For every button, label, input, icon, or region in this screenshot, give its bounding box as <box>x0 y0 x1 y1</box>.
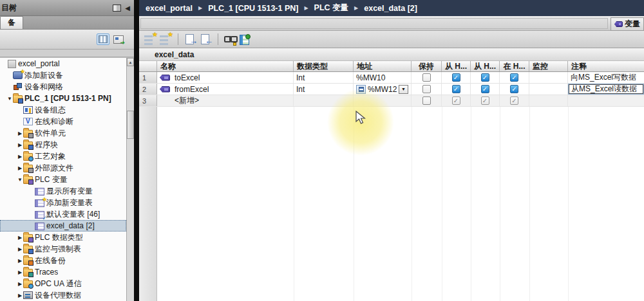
data-type-cell[interactable]: Int <box>294 72 354 83</box>
tree-item-technology-objects[interactable]: ▶ 工艺对象 <box>0 150 126 162</box>
panel-divider[interactable] <box>134 0 139 301</box>
breadcrumb-separator-icon: ▶ <box>354 5 358 11</box>
retain-checkbox[interactable] <box>422 85 431 93</box>
tree-item-default-tag-table[interactable]: 默认变量表 [46] <box>0 208 126 220</box>
data-type-cell[interactable]: Int <box>294 84 354 95</box>
writable-checkbox[interactable] <box>481 85 489 93</box>
scrollbar-thumb[interactable] <box>127 111 134 139</box>
tree-item-plc-tags[interactable]: ▼ PLC 变量 <box>0 174 126 185</box>
header-supervision[interactable]: 监控 <box>529 61 568 71</box>
monitor-all-icon[interactable] <box>224 33 236 46</box>
program-blocks-folder-icon <box>23 141 33 149</box>
tag-icon <box>160 75 170 81</box>
supervision-cell[interactable] <box>529 84 568 95</box>
header-retain[interactable]: 保持 <box>412 61 442 71</box>
comment-cell[interactable] <box>568 95 644 106</box>
acc-hmi-cell <box>442 95 471 106</box>
tree-item-add-new-device[interactable]: 添加新设备 <box>0 69 126 81</box>
address-dropdown-button[interactable]: ▼ <box>399 85 408 94</box>
table-row: 1 toExcel Int %MW10 向MS_Excel写数据 <box>139 72 644 84</box>
tree-item-project-root[interactable]: excel_portal <box>0 58 126 69</box>
tree-item-device-configuration[interactable]: 设备组态 <box>0 104 126 116</box>
technology-objects-folder-icon <box>23 153 33 161</box>
header-address[interactable]: 地址 <box>354 61 412 71</box>
address-cell[interactable]: %MW12 ▼ <box>354 84 412 95</box>
name-cell[interactable]: fromExcel <box>157 84 294 95</box>
comment-cell: 从MS_Excel读数据 <box>568 84 644 95</box>
import-icon[interactable] <box>200 33 212 46</box>
accessible-checkbox[interactable] <box>452 73 460 82</box>
tree-item-show-all-tags[interactable]: 显示所有变量 <box>0 185 126 197</box>
acc-hmi-cell <box>442 84 471 95</box>
tree-item-opc-ua[interactable]: ▶ OPC UA 通信 <box>0 278 126 289</box>
name-cell[interactable]: toExcel <box>157 72 294 83</box>
header-writable-hmi[interactable]: 从 H... <box>471 61 500 71</box>
split-view-icon[interactable] <box>113 5 121 12</box>
online-backups-folder-icon <box>23 257 33 265</box>
tree-item-software-units[interactable]: ▶ 软件单元 <box>0 127 126 139</box>
tree-item-device-proxy-data[interactable]: ▶ 设备代理数据 <box>0 289 126 301</box>
retain-checkbox[interactable] <box>422 96 431 105</box>
tree-item-online-diagnostics[interactable]: 在线和诊断 <box>0 116 126 127</box>
scrollbar-up-icon[interactable]: ▲ <box>127 58 134 66</box>
address-picker-icon <box>359 87 364 92</box>
table-row: 2 fromExcel Int %MW12 ▼ 从MS_Excel读数据 <box>139 84 644 95</box>
visible-checkbox[interactable] <box>510 85 518 93</box>
tree-item-add-new-tag-table[interactable]: 添加新变量表 <box>0 197 126 208</box>
export-icon[interactable] <box>184 33 196 46</box>
breadcrumb-plc[interactable]: PLC_1 [CPU 1513-1 PN] <box>208 4 298 13</box>
tab-devices[interactable]: 备 <box>0 16 23 29</box>
collapse-panel-icon[interactable]: ◀ <box>125 5 130 12</box>
accessible-checkbox[interactable] <box>452 85 460 93</box>
plc-data-types-folder-icon <box>23 234 33 242</box>
name-cell[interactable]: <新增> <box>157 95 294 106</box>
tree-item-devices-networks[interactable]: 设备和网络 <box>0 81 126 93</box>
tree-item-plc-data-types[interactable]: ▶ PLC 数据类型 <box>0 232 126 243</box>
tree-item-excel-data[interactable]: excel_data [2] <box>0 220 126 232</box>
accessible-checkbox[interactable] <box>452 96 460 105</box>
address-picker-button[interactable] <box>356 85 366 94</box>
address-cell[interactable]: %MW10 <box>354 72 412 83</box>
insert-row-icon[interactable] <box>144 33 156 46</box>
tags-side-tab[interactable]: 变量 <box>611 17 644 31</box>
row-number[interactable]: 3 <box>139 95 157 106</box>
comment-edit-input[interactable]: 从MS_Excel读数据 <box>569 84 643 94</box>
row-number[interactable]: 1 <box>139 72 157 83</box>
column-view-button[interactable] <box>97 33 109 45</box>
header-visible-hmi[interactable]: 在 H... <box>500 61 529 71</box>
tree-item-online-backups[interactable]: ▶ 在线备份 <box>0 255 126 266</box>
writable-checkbox[interactable] <box>481 73 489 82</box>
row-number[interactable]: 2 <box>139 84 157 95</box>
writable-checkbox[interactable] <box>481 96 489 105</box>
visible-checkbox[interactable] <box>510 96 518 105</box>
tree-scrollbar[interactable]: ▲ <box>126 58 134 301</box>
comment-cell[interactable]: 向MS_Excel写数据 <box>568 72 644 83</box>
breadcrumb-project[interactable]: excel_portal <box>146 4 193 13</box>
header-name[interactable]: 名称 <box>157 61 294 71</box>
supervision-cell[interactable] <box>529 72 568 83</box>
visible-checkbox[interactable] <box>510 73 518 82</box>
write-hmi-cell <box>471 72 500 83</box>
diagram-view-icon[interactable] <box>113 35 124 44</box>
header-comment[interactable]: 注释 <box>568 61 644 71</box>
breadcrumb-separator-icon: ▶ <box>304 5 308 11</box>
breadcrumb-separator-icon: ▶ <box>198 5 202 11</box>
supervision-cell[interactable] <box>529 95 568 106</box>
breadcrumb-plc-tags[interactable]: PLC 变量 <box>314 3 348 14</box>
address-cell[interactable] <box>354 95 412 106</box>
table-empty-area[interactable] <box>139 107 644 301</box>
tree-item-external-sources[interactable]: ▶ 外部源文件 <box>0 162 126 174</box>
tree-item-program-blocks[interactable]: ▶ 程序块 <box>0 139 126 150</box>
data-type-cell[interactable] <box>294 95 354 106</box>
breadcrumb-tag-table[interactable]: excel_data [2] <box>364 4 417 13</box>
add-row-icon[interactable] <box>160 33 172 46</box>
tree-item-plc1[interactable]: ▼ PLC_1 [CPU 1513-1 PN] <box>0 93 126 104</box>
project-tree-panel: 目树 ◀ 备 excel_portal 添加新设备 设备和网络 <box>0 0 134 301</box>
monitor-table-icon[interactable] <box>240 35 249 45</box>
tree-item-traces[interactable]: ▶ Traces <box>0 266 126 278</box>
header-accessible-hmi[interactable]: 从 H... <box>442 61 471 71</box>
tree-item-watch-force-tables[interactable]: ▶ 监控与强制表 <box>0 243 126 255</box>
retain-checkbox[interactable] <box>422 73 431 82</box>
header-rownum <box>139 61 157 71</box>
header-data-type[interactable]: 数据类型 <box>294 61 354 71</box>
